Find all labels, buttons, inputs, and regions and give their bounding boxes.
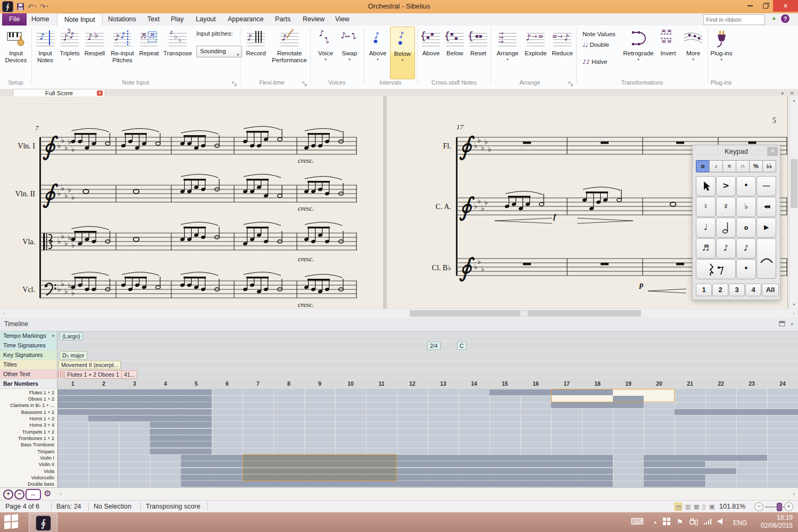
tab-appearance[interactable]: Appearance [221, 13, 270, 26]
title-chip[interactable]: Movement II (excerpt... [59, 361, 121, 369]
tab-note-input[interactable]: Note Input [57, 13, 103, 26]
keypad-voice-1-button[interactable]: 1 [696, 284, 712, 296]
keypad-voice-2-button[interactable]: 2 [712, 284, 728, 296]
swap-button[interactable]: ♪↔♪ Swap ▾ [338, 27, 361, 78]
timeline-row-tempo[interactable]: Tempo Markings ▾ [0, 331, 57, 340]
timeline-block[interactable] [644, 475, 705, 480]
time-signature-chip-24[interactable]: 2/4 [427, 342, 440, 350]
horizontal-scrollbar[interactable]: ‹ › [0, 309, 798, 318]
halve-button[interactable]: ♪♪Halve [583, 59, 620, 70]
keypad-quaver-button[interactable]: ♪ [736, 238, 756, 259]
retrograde-button[interactable]: Retrograde ▾ [621, 27, 655, 78]
timeline-row-time-signatures[interactable]: Time Signatures [0, 341, 57, 350]
timeline-settings-gear-icon[interactable]: ⚙ [44, 488, 51, 498]
time-signature-chip-c[interactable]: C [457, 342, 467, 350]
timeline-instrument-label[interactable]: Timpani [37, 449, 54, 454]
timeline-block[interactable] [150, 422, 212, 428]
keypad-voice-4-button[interactable]: 4 [745, 284, 761, 296]
staff-label-vln2[interactable]: Vln. II [7, 190, 35, 198]
record-button[interactable]: ♪ Record [243, 27, 269, 78]
tab-view[interactable]: View [328, 13, 356, 26]
timeline-instrument-label[interactable]: Trumpets 1 + 2 [22, 429, 54, 435]
explode-button[interactable]: ♪→≡ Explode [522, 27, 549, 78]
arrange-dialog-launcher[interactable] [568, 80, 575, 86]
cresc-marking-1[interactable]: cresc. [298, 156, 314, 165]
timeline-block[interactable] [57, 402, 212, 408]
timeline-row-key-signatures[interactable]: Key Signatures [0, 351, 57, 360]
status-transposing[interactable]: Transposing score [146, 503, 200, 510]
pin-tabs-icon[interactable]: = [791, 90, 794, 96]
view-panorama-icon[interactable]: ▤ [675, 503, 682, 511]
tab-parts[interactable]: Parts [268, 13, 297, 26]
timeline-instrument-label[interactable]: Flutes 1 + 2 [29, 390, 54, 395]
cross-staff-above-button[interactable]: {▪▪ Above [419, 27, 443, 78]
timeline-block[interactable] [150, 448, 212, 454]
staff-label-vcl[interactable]: Vcl. [7, 286, 35, 294]
timeline-instrument-label[interactable]: Viola [44, 469, 54, 474]
arrange-button[interactable]: →→→ Arrange ▾ [494, 27, 521, 78]
timeline-block[interactable] [675, 409, 798, 415]
keypad-dot-button[interactable]: • [736, 259, 756, 279]
double-button[interactable]: ♩♩Double [583, 41, 620, 53]
timeline-instrument-label[interactable]: Violin I [40, 455, 54, 461]
timeline-block[interactable] [644, 481, 705, 487]
plugins-button[interactable]: Plug-ins ▾ [709, 27, 734, 78]
keypad-tie-button[interactable] [757, 238, 776, 279]
timeline-row-titles[interactable]: Titles [0, 360, 57, 369]
view-pages-icon[interactable]: ▥ [685, 503, 691, 510]
status-selection[interactable]: No Selection [94, 503, 131, 510]
view-spread-icon[interactable]: ▦ [694, 503, 699, 510]
view-full-icon[interactable]: ▣ [709, 503, 714, 510]
cresc-marking-2[interactable]: cresc. [298, 204, 314, 213]
voice-button[interactable]: ♪♪ Voice ▾ [314, 27, 337, 78]
keypad-tab-common[interactable]: o [696, 160, 710, 172]
timeline-block[interactable] [150, 435, 212, 441]
timeline-fit-width-button[interactable]: ↔ [26, 489, 41, 500]
keypad-close-icon[interactable]: × [767, 147, 778, 156]
scroll-up-icon[interactable]: ▴ [789, 96, 798, 104]
timeline-block[interactable] [551, 402, 644, 408]
other-text-chip[interactable]: Flutes 1 + 2 Oboes 1 ... [64, 370, 128, 379]
keypad-staccato-button[interactable]: • [736, 176, 756, 196]
timeline-block[interactable] [644, 468, 736, 474]
keypad-whole-note-button[interactable]: o [736, 218, 756, 238]
timeline-tracks[interactable]: Flutes 1 + 2Oboes 1 + 2Clarinets in B♭ 1… [0, 389, 798, 487]
keypad-sharp-button[interactable]: ♯ [716, 197, 736, 217]
keypad-sixteenth-note-button[interactable]: ♬ [696, 238, 716, 259]
timeline-header[interactable]: Timeline × [0, 317, 798, 331]
keypad-tab-articulations[interactable]: ∩ [736, 160, 750, 172]
tab-play[interactable]: Play [164, 13, 190, 26]
timeline-close-icon[interactable]: × [791, 321, 794, 327]
status-page[interactable]: Page 4 of 6 [5, 503, 39, 510]
intervals-below-button[interactable]: ♪● Below ▾ [390, 27, 415, 79]
keypad-voice-3-button[interactable]: 3 [729, 284, 745, 296]
keypad-tab-jazz[interactable]: % [749, 160, 763, 172]
timeline-instrument-label[interactable]: Clarinets in B♭ 1 + ... [10, 403, 54, 408]
timeline-block[interactable] [88, 415, 212, 421]
find-in-ribbon-input[interactable] [703, 14, 765, 25]
timeline-scroll-left-icon[interactable]: ‹ [60, 491, 62, 497]
tempo-dropdown-icon[interactable]: ▾ [52, 331, 54, 340]
staff-label-cl[interactable]: Cl. B♭ [423, 263, 451, 272]
timeline-block[interactable] [181, 481, 613, 487]
timeline-dock-icon[interactable] [779, 321, 785, 328]
keypad-voice-all-button[interactable]: All [762, 284, 779, 296]
keypad-tab-accidentals[interactable]: ♭♭ [762, 160, 776, 172]
keypad-cursor-button[interactable] [696, 176, 716, 196]
tab-review[interactable]: Review [296, 13, 331, 26]
flexi-time-dialog-launcher[interactable] [302, 80, 309, 86]
timeline-block[interactable] [489, 389, 551, 395]
zoom-in-button[interactable]: + [784, 502, 793, 511]
view-single-icon[interactable]: ▯ [702, 503, 705, 510]
show-hidden-icons[interactable]: ▴ [654, 518, 656, 526]
timeline-instrument-label[interactable]: Trombones 1 + 2 [18, 436, 54, 441]
timeline-block[interactable] [644, 455, 767, 461]
taskbar-sibelius-button[interactable]: ∮ [29, 513, 57, 532]
staff-label-vln1[interactable]: Vln. I [7, 142, 35, 151]
minimize-button[interactable] [742, 0, 758, 12]
power-plug-icon[interactable] [689, 518, 698, 528]
keypad-quarter-note-button[interactable]: ♩ [696, 218, 716, 238]
keypad-tab-second[interactable]: ♪ [709, 160, 723, 172]
vertical-scroll-thumb[interactable] [791, 159, 797, 208]
tempo-chip[interactable]: (Largo) [60, 332, 83, 340]
